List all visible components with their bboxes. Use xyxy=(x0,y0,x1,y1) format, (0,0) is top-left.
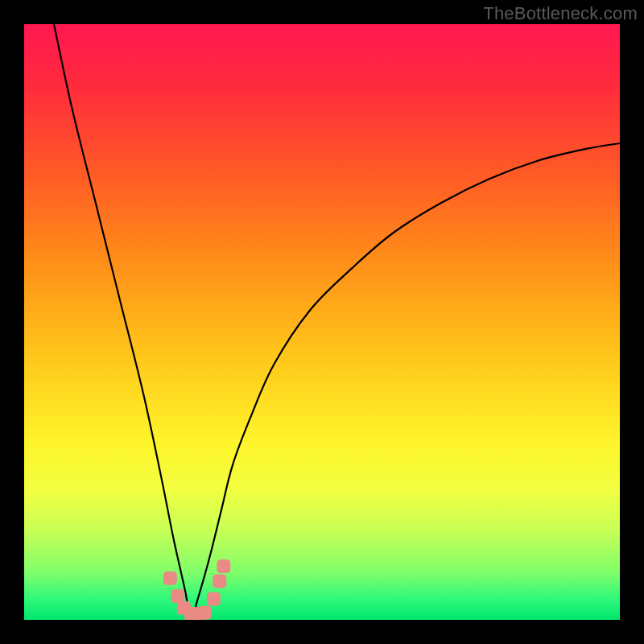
curve-marker xyxy=(207,592,220,605)
chart-plot-area xyxy=(24,24,620,620)
chart-svg xyxy=(24,24,620,620)
curve-marker xyxy=(213,575,226,588)
chart-background xyxy=(24,24,620,620)
watermark-text: TheBottleneck.com xyxy=(483,3,638,24)
curve-marker xyxy=(198,606,211,619)
curve-marker xyxy=(171,589,184,602)
curve-marker xyxy=(163,572,176,584)
chart-frame: TheBottleneck.com xyxy=(0,0,644,644)
curve-marker xyxy=(217,559,230,572)
